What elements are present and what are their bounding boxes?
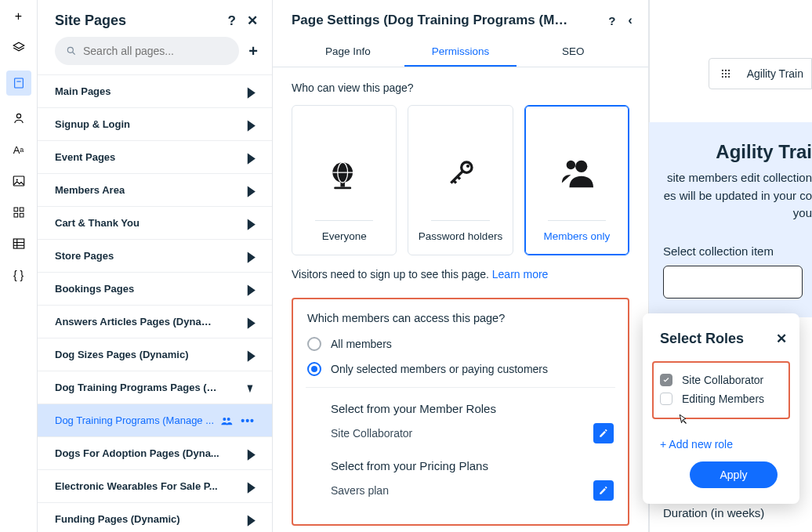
svg-point-36 (725, 76, 727, 78)
svg-point-13 (67, 47, 73, 52)
page-item[interactable]: Members Area▶ (38, 174, 272, 207)
card-label: Members only (543, 230, 610, 242)
page-item[interactable]: Funding Pages (Dynamic)▶ (38, 503, 272, 532)
breadcrumb[interactable]: Agility Train (709, 58, 812, 89)
chevron-right-icon: ▶ (248, 512, 255, 527)
page-item[interactable]: Answers Articles Pages (Dynamic)▶ (38, 306, 272, 338)
member-access-section: Which members can access this page? All … (292, 298, 629, 526)
page-item[interactable]: Signup & Login▶ (38, 108, 272, 141)
tab-seo[interactable]: SEO (517, 36, 629, 67)
pricing-plans-heading: Select from your Pricing Plans (331, 459, 614, 472)
radio-selected-members[interactable]: Only selected members or paying customer… (307, 362, 614, 376)
svg-line-14 (73, 52, 75, 55)
members-icon (559, 156, 595, 192)
text-icon[interactable]: Aa (10, 141, 27, 158)
database-icon[interactable] (10, 235, 27, 252)
checkbox-checked-icon (660, 374, 672, 386)
radio-all-members[interactable]: All members (307, 337, 614, 351)
page-item-label: Dog Training Programs (Manage ... (55, 414, 214, 426)
tab-permissions[interactable]: Permissions (404, 36, 517, 67)
chevron-right-icon: ▶ (248, 117, 255, 132)
back-icon[interactable]: ‹ (628, 13, 633, 28)
apps-icon[interactable] (10, 204, 27, 221)
globe-icon (326, 156, 362, 192)
image-icon[interactable] (10, 172, 27, 190)
edit-plans-button[interactable] (593, 480, 614, 501)
svg-point-34 (728, 73, 730, 74)
card-everyone[interactable]: Everyone (292, 105, 397, 255)
svg-point-32 (722, 73, 723, 74)
duration-label: Duration (in weeks) (663, 506, 764, 519)
role-option-editing-members[interactable]: Editing Members (660, 389, 782, 408)
card-password[interactable]: Password holders (408, 105, 513, 255)
card-members-only[interactable]: Members only (524, 105, 629, 255)
svg-point-16 (227, 418, 230, 421)
help-icon[interactable]: ? (228, 13, 236, 29)
chevron-right-icon: ▶ (248, 347, 255, 363)
code-icon[interactable]: { } (10, 266, 27, 284)
edit-roles-button[interactable] (593, 423, 614, 443)
chevron-right-icon: ▶ (248, 281, 255, 297)
dataset-info-card: Agility Trai site members edit collectio… (649, 122, 812, 317)
page-item[interactable]: Electronic Wearables For Sale P...▶ (38, 470, 272, 503)
learn-more-link[interactable]: Learn more (492, 268, 549, 280)
svg-point-23 (466, 165, 469, 168)
more-icon[interactable]: ••• (241, 414, 255, 427)
svg-point-22 (462, 162, 472, 172)
svg-line-25 (454, 180, 456, 183)
page-item[interactable]: Event Pages▶ (38, 141, 272, 174)
svg-point-28 (566, 161, 575, 169)
svg-point-2 (16, 114, 20, 118)
key-icon (442, 156, 478, 192)
svg-rect-9 (13, 239, 24, 248)
pricing-plan-value: Savers plan (331, 484, 389, 497)
pages-icon[interactable] (6, 71, 31, 96)
page-item[interactable]: Dog Sizes Pages (Dynamic)▶ (38, 338, 272, 371)
svg-point-4 (16, 179, 17, 180)
apply-button[interactable]: Apply (690, 461, 778, 488)
chevron-right-icon: ▶ (248, 183, 255, 198)
svg-rect-5 (14, 208, 18, 212)
svg-point-29 (722, 70, 723, 71)
svg-point-33 (725, 73, 727, 74)
settings-tabs: Page Info Permissions SEO (273, 36, 648, 67)
svg-line-24 (451, 172, 463, 183)
person-icon[interactable] (10, 110, 27, 127)
page-item[interactable]: Bookings Pages▶ (38, 273, 272, 306)
page-item-open[interactable]: Dog Training Programs Pages (D...▼ (38, 371, 272, 404)
tab-page-info[interactable]: Page Info (292, 36, 404, 67)
close-icon[interactable]: ✕ (776, 331, 787, 347)
page-item[interactable]: Dogs For Adoption Pages (Dyna...▶ (38, 437, 272, 470)
select-item-input[interactable] (663, 266, 803, 299)
chevron-right-icon: ▶ (248, 150, 255, 165)
pages-list: Main Pages▶ Signup & Login▶ Event Pages▶… (38, 74, 272, 532)
page-item-selected[interactable]: Dog Training Programs (Manage ... ••• (38, 404, 272, 437)
chevron-right-icon: ▶ (248, 314, 255, 330)
add-icon[interactable]: + (10, 8, 27, 25)
site-pages-panel: Site Pages ? ✕ + Main Pages▶ Signup & Lo… (38, 0, 273, 532)
add-page-button[interactable]: + (248, 42, 258, 60)
role-option-site-collaborator[interactable]: Site Collaborator (660, 371, 782, 389)
page-item[interactable]: Cart & Thank You▶ (38, 207, 272, 240)
svg-rect-8 (20, 213, 24, 217)
dataset-text: site members edit collection es will be … (663, 169, 812, 223)
radio-icon (307, 337, 321, 351)
checkbox-icon (660, 393, 672, 405)
chevron-right-icon: ▶ (248, 479, 255, 494)
page-item[interactable]: Main Pages▶ (38, 75, 272, 108)
page-item[interactable]: Store Pages▶ (38, 240, 272, 273)
svg-point-27 (575, 161, 587, 172)
search-input[interactable] (83, 45, 228, 57)
page-settings-panel: Page Settings (Dog Training Programs (Ma… (273, 0, 649, 532)
grid-dots-icon (720, 68, 731, 79)
help-icon[interactable]: ? (608, 14, 615, 27)
svg-rect-7 (14, 213, 18, 217)
search-input-wrap[interactable] (55, 37, 239, 65)
add-new-role-link[interactable]: + Add new role (643, 427, 799, 455)
svg-point-35 (722, 76, 723, 78)
close-icon[interactable]: ✕ (247, 13, 258, 29)
cursor-icon (676, 413, 690, 427)
layers-icon[interactable] (10, 39, 27, 56)
radio-icon-selected (307, 362, 321, 376)
breadcrumb-text: Agility Train (747, 67, 803, 80)
